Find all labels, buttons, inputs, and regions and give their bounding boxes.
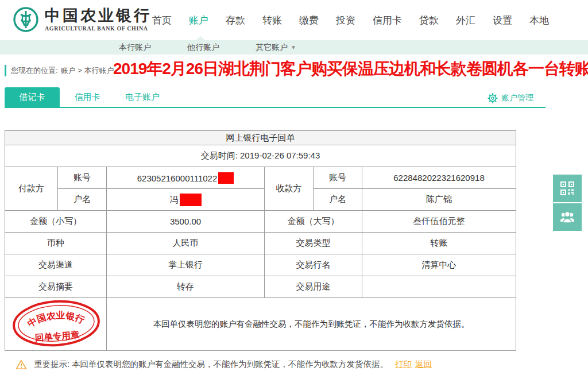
bank-name-label: 交易行名 [265, 254, 362, 276]
brand-text: 中国农业银行 AGRICULTURAL BANK OF CHINA [45, 7, 152, 31]
receipt-disclaimer: 本回单仅表明您的账户有金融性交易，不能作为到账凭证，不能作为收款方发货依据。 [107, 298, 516, 351]
nav-item-investment[interactable]: 投资 [336, 14, 355, 27]
amount-lower-value: 3500.00 [107, 211, 265, 233]
summary-value: 转存 [107, 276, 265, 298]
people-icon [559, 210, 575, 225]
main-nav: 首页 账户 存款 转账 缴费 投资 信用卡 贷款 外汇 设置 本地 [152, 0, 549, 40]
transaction-time-row: 交易时间: 2019-02-26 07:59:43 [5, 145, 516, 167]
nav-item-deposits[interactable]: 存款 [226, 14, 245, 27]
subnav-item-our-bank-accounts[interactable]: 本行账户 [119, 42, 151, 53]
qr-code-icon [560, 181, 575, 196]
payee-account-value: 6228482022321620918 [362, 167, 516, 189]
payer-name-label: 户名 [58, 189, 107, 211]
stamp-text-top: 中国农业银行 [25, 308, 87, 329]
nav-item-forex[interactable]: 外汇 [456, 14, 475, 27]
channel-label: 交易渠道 [5, 254, 107, 276]
purpose-label: 交易用途 [265, 276, 362, 298]
purpose-value [362, 276, 516, 298]
stamp-text-bottom: 回单专用章 [34, 330, 80, 342]
payer-group-label: 付款方 [5, 167, 58, 211]
subnav-active-notch [196, 36, 205, 40]
print-link[interactable]: 打印 [395, 359, 412, 370]
accounts-subnav: 本行账户 他行账户 其它账户 ▼ [0, 40, 588, 55]
payee-account-label: 账号 [314, 167, 362, 189]
bank-receipt-stamp: 中国农业银行 回单专用章 [9, 296, 103, 351]
gear-icon [488, 93, 498, 103]
channel-value: 掌上银行 [107, 254, 265, 276]
payer-account-label: 账号 [58, 167, 107, 189]
redaction-block [218, 172, 234, 184]
abc-logo-icon [13, 6, 39, 33]
bank-name-value: 清算中心 [362, 254, 516, 276]
nav-item-settings[interactable]: 设置 [493, 14, 512, 27]
nav-item-loans[interactable]: 贷款 [419, 14, 439, 27]
customer-service-button[interactable] [553, 203, 582, 231]
nav-item-accounts[interactable]: 账户 [189, 14, 208, 27]
subnav-item-other-bank-accounts[interactable]: 他行账户 [187, 42, 219, 53]
receipt-title: 网上银行电子回单 [5, 131, 516, 145]
summary-label: 交易摘要 [5, 276, 107, 298]
tab-e-account[interactable]: 电子账户 [115, 87, 170, 107]
brand-logo: 中国农业银行 AGRICULTURAL BANK OF CHINA [13, 6, 152, 33]
payee-name-label: 户名 [314, 189, 362, 211]
stamp-cell: 中国农业银行 回单专用章 [5, 298, 107, 351]
warning-icon [16, 359, 27, 370]
tx-type-value: 转账 [362, 233, 516, 254]
nav-item-payments[interactable]: 缴费 [299, 14, 319, 27]
subnav-item-other-accounts[interactable]: 其它账户 ▼ [256, 42, 296, 53]
payee-name-value: 陈广锦 [362, 189, 516, 211]
breadcrumb-path: 账户 > 本行账户 [61, 65, 114, 76]
caret-down-icon: ▼ [291, 44, 296, 51]
amount-lower-label: 金额（小写） [5, 211, 107, 233]
back-link[interactable]: 返回 [415, 359, 432, 370]
qr-code-button[interactable] [553, 175, 582, 202]
tx-type-label: 交易类型 [265, 233, 362, 254]
account-manage-label: 账户管理 [501, 93, 533, 103]
abc-ebank-page: 中国农业银行 AGRICULTURAL BANK OF CHINA 首页 账户 … [0, 0, 588, 375]
transaction-time-label: 交易时间: [201, 150, 238, 160]
brand-name-en: AGRICULTURAL BANK OF CHINA [45, 25, 152, 32]
card-tabs: 借记卡 信用卡 电子账户 [5, 87, 170, 107]
currency-value: 人民币 [107, 233, 265, 254]
top-header: 中国农业银行 AGRICULTURAL BANK OF CHINA 首页 账户 … [0, 0, 588, 40]
footer-notice-text: 重要提示: 本回单仅表明您的账户有金融性交易，不能作为到账凭证，不能作为收款方发… [34, 359, 388, 370]
nav-item-credit-card[interactable]: 信用卡 [373, 14, 402, 27]
transaction-time-value: 2019-02-26 07:59:43 [240, 150, 320, 160]
payer-name-value: 冯 [107, 189, 265, 211]
account-manage-button[interactable]: 账户管理 [488, 93, 533, 103]
nav-item-local[interactable]: 本地 [529, 14, 549, 27]
tab-debit-card[interactable]: 借记卡 [5, 87, 60, 107]
e-receipt-table: 网上银行电子回单 交易时间: 2019-02-26 07:59:43 付款方 账… [5, 130, 516, 351]
nav-item-home[interactable]: 首页 [152, 14, 172, 27]
breadcrumb-label: 您现在的位置: [11, 65, 58, 76]
svg-text:中国农业银行: 中国农业银行 [25, 308, 87, 329]
nav-item-transfer[interactable]: 转账 [262, 14, 282, 27]
breadcrumb: 您现在的位置: 账户 > 本行账户 [5, 65, 114, 76]
redaction-block [180, 194, 202, 206]
payer-account-value: 62305216000111022 [107, 167, 265, 189]
amount-upper-label: 金额（大写） [265, 211, 362, 233]
tabs-underline [5, 107, 546, 108]
side-toolbar [553, 175, 582, 231]
payee-group-label: 收款方 [265, 167, 314, 211]
brand-name-cn: 中国农业银行 [45, 7, 152, 24]
amount-upper-value: 叁仟伍佰元整 [362, 211, 516, 233]
footer-notice: 重要提示: 本回单仅表明您的账户有金融性交易，不能作为到账凭证，不能作为收款方发… [16, 359, 432, 370]
annotation-overlay-text: 2019年2月26日湖北荆门客户购买保温压边机和长款卷圆机各一台转账3500元至… [113, 58, 588, 80]
tab-credit-card[interactable]: 信用卡 [60, 87, 115, 107]
currency-label: 币种 [5, 233, 107, 254]
